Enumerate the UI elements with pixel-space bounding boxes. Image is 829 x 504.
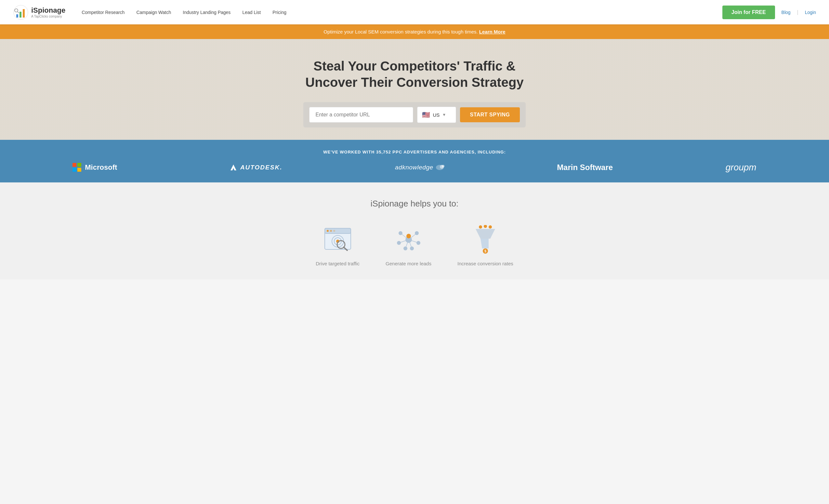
svg-text:$: $ <box>484 249 486 253</box>
search-box: 🇺🇸 US ▼ START SPYING <box>303 102 525 128</box>
svg-point-10 <box>442 165 444 168</box>
nav-links: Competitor Research Campaign Watch Indus… <box>82 10 722 15</box>
feature-label-conversion: Increase conversion rates <box>458 261 513 266</box>
us-flag-icon: 🇺🇸 <box>422 111 430 119</box>
clients-logos: Microsoft AUTODESK. adknowledge Marin So… <box>20 162 809 173</box>
more-leads-icon <box>394 225 423 254</box>
conversion-rates-icon: $ <box>471 225 500 254</box>
nav-industry-landing-pages[interactable]: Industry Landing Pages <box>183 10 230 15</box>
navbar: iSpionage A TapClicks company Competitor… <box>0 0 829 24</box>
logo-link[interactable]: iSpionage A TapClicks company <box>13 5 65 20</box>
svg-marker-36 <box>480 239 489 248</box>
feature-more-leads: Generate more leads <box>386 225 431 266</box>
nav-lead-list[interactable]: Lead List <box>242 10 261 15</box>
microsoft-logo: Microsoft <box>72 163 117 172</box>
svg-point-22 <box>406 234 411 238</box>
microsoft-label: Microsoft <box>85 163 117 172</box>
svg-point-15 <box>333 230 335 232</box>
nav-divider: | <box>797 9 798 15</box>
svg-point-39 <box>489 225 492 228</box>
feature-conversion-rates: $ Increase conversion rates <box>458 225 513 266</box>
marin-label: Marin Software <box>557 163 613 172</box>
autodesk-icon <box>230 164 237 171</box>
groupm-label: groupm <box>726 162 757 173</box>
svg-rect-2 <box>20 12 22 17</box>
svg-point-13 <box>327 230 329 232</box>
features-title: iSpionage helps you to: <box>20 199 809 209</box>
features-grid: Drive targeted traffic <box>20 225 809 266</box>
logo-icon <box>13 5 29 20</box>
start-spying-button[interactable]: START SPYING <box>460 107 519 122</box>
country-label: US <box>433 112 439 118</box>
country-select[interactable]: 🇺🇸 US ▼ <box>417 107 456 123</box>
hero-content: Steal Your Competitors' Traffic & Uncove… <box>297 45 532 134</box>
groupm-logo: groupm <box>726 162 757 173</box>
promo-banner: Optimize your Local SEM conversion strat… <box>0 24 829 39</box>
hero-section: Steal Your Competitors' Traffic & Uncove… <box>0 39 829 140</box>
clients-section: WE'VE WORKED WITH 35,752 PPC ADVERTISERS… <box>0 140 829 182</box>
autodesk-label: AUTODESK. <box>240 164 283 171</box>
svg-point-14 <box>330 230 332 232</box>
adknowledge-label: adknowledge <box>395 164 433 171</box>
hero-title: Steal Your Competitors' Traffic & Uncove… <box>303 58 525 91</box>
svg-rect-1 <box>16 14 18 17</box>
features-section: iSpionage helps you to: Drive targeted t… <box>0 182 829 279</box>
feature-targeted-traffic: Drive targeted traffic <box>316 225 360 266</box>
login-link[interactable]: Login <box>805 10 816 15</box>
blog-link[interactable]: Blog <box>782 10 791 15</box>
chevron-down-icon: ▼ <box>442 112 446 117</box>
nav-pricing[interactable]: Pricing <box>273 10 286 15</box>
feature-label-leads: Generate more leads <box>386 261 431 266</box>
join-free-button[interactable]: Join for FREE <box>722 5 775 19</box>
microsoft-icon <box>72 163 82 172</box>
adknowledge-icon <box>435 164 444 171</box>
targeted-traffic-icon <box>323 225 352 254</box>
nav-competitor-research[interactable]: Competitor Research <box>82 10 124 15</box>
svg-point-38 <box>484 225 487 228</box>
nav-campaign-watch[interactable]: Campaign Watch <box>136 10 171 15</box>
banner-learn-more-link[interactable]: Learn More <box>479 29 506 34</box>
banner-text: Optimize your Local SEM conversion strat… <box>323 29 477 34</box>
logo-sub: A TapClicks company <box>31 14 65 18</box>
nav-right: Join for FREE Blog | Login <box>722 5 816 19</box>
clients-label: WE'VE WORKED WITH 35,752 PPC ADVERTISERS… <box>20 150 809 154</box>
svg-rect-3 <box>23 9 25 17</box>
competitor-url-input[interactable] <box>309 107 413 122</box>
svg-point-37 <box>479 225 482 228</box>
logo-name: iSpionage <box>31 6 65 14</box>
marin-logo: Marin Software <box>557 163 613 172</box>
autodesk-logo: AUTODESK. <box>230 164 283 171</box>
adknowledge-logo: adknowledge <box>395 164 444 171</box>
feature-label-traffic: Drive targeted traffic <box>316 261 360 266</box>
